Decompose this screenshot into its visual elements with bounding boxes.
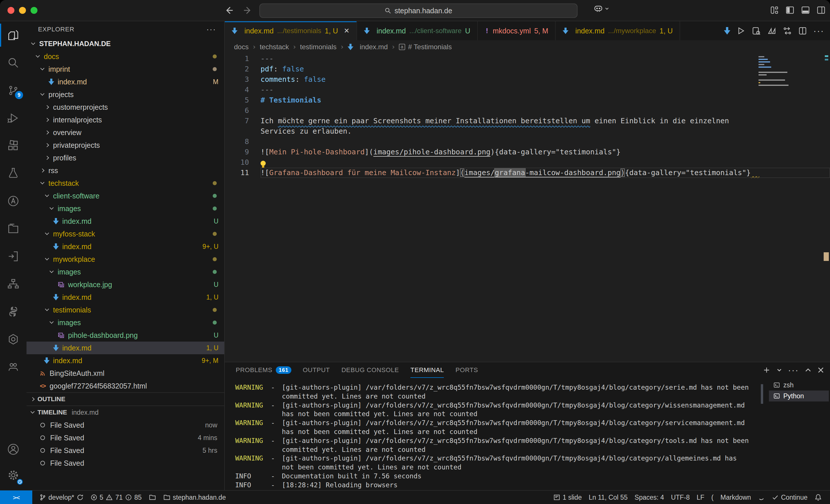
tree-folder-row[interactable]: client-software [27,190,224,202]
bracket-colorization-item[interactable]: ( [708,491,717,504]
toggle-primary-sidebar-icon[interactable] [786,6,794,14]
tree-folder-row[interactable]: myfoss-stack [27,228,224,240]
markdownlint-icon[interactable] [767,27,776,35]
panel-tab[interactable]: PROBLEMS161 [236,362,291,378]
tree-folder-row[interactable]: myworkplace [27,253,224,266]
eol-item[interactable]: LF [693,491,708,504]
forward-arrow-icon[interactable] [243,5,253,15]
tree-file-row[interactable]: pihole-dashboard.pngU [27,329,224,342]
close-window-button[interactable] [7,7,14,14]
breadcrumb-item[interactable]: techstack [260,43,289,51]
tree-file-row[interactable]: BingSiteAuth.xml [27,367,224,379]
minimize-window-button[interactable] [19,7,26,14]
back-arrow-icon[interactable] [224,5,234,15]
settings-gear-icon[interactable] [0,464,27,487]
toggle-secondary-sidebar-icon[interactable] [817,6,825,14]
remote-explorer-activity-icon[interactable] [0,272,27,296]
tree-folder-row[interactable]: images [27,202,224,215]
tree-folder-row[interactable]: techstack [27,177,224,190]
tree-folder-row[interactable]: docs [27,50,224,63]
toggle-panel-icon[interactable] [801,6,810,14]
tree-folder-row[interactable]: overview [27,126,224,139]
testing-activity-icon[interactable] [0,162,27,185]
zoom-window-button[interactable] [31,7,37,14]
tree-file-row[interactable]: index.md1, U [27,291,224,304]
workspace-folder-item[interactable] [145,491,160,504]
maximize-panel-icon[interactable] [805,367,811,373]
tree-folder-row[interactable]: profiles [27,152,224,164]
terminal-profile-item[interactable]: zsh [769,379,829,391]
new-terminal-icon[interactable] [763,366,771,374]
tree-folder-row[interactable]: images [27,316,224,329]
terminal-profile-dropdown-icon[interactable] [776,367,782,373]
cursor-position-item[interactable]: Ln 11, Col 55 [585,491,631,504]
tree-file-row[interactable]: workplace.jpgU [27,278,224,291]
editor-tab[interactable]: index.md.../myworkplace1, U [556,21,680,40]
language-mode-item[interactable]: Markdown [717,491,755,504]
tree-file-row[interactable]: <>googlef727264f56832057.html [27,379,224,392]
tree-file-row[interactable]: index.md9+, U [27,240,224,253]
panel-tab[interactable]: DEBUG CONSOLE [342,362,399,378]
source-control-activity-icon[interactable]: 9 [0,79,27,102]
panel-tab[interactable]: OUTPUT [303,362,330,378]
site-folder-item[interactable]: stephan.hadan.de [160,491,229,504]
editor-tab[interactable]: index.md.../client-softwareU [357,21,478,40]
hexagon-tool-activity-icon[interactable] [0,328,27,351]
tree-folder-row[interactable]: imprint [27,63,224,75]
open-preview-icon[interactable] [752,27,761,35]
timeline-item[interactable]: File Saved [27,457,224,469]
tree-folder-row[interactable]: customerprojects [27,101,224,113]
tree-file-row[interactable]: index.md9+, M [27,354,224,367]
organization-activity-icon[interactable] [0,356,27,378]
terminal-profile-item[interactable]: Python [769,391,829,401]
split-editor-icon[interactable] [798,27,807,35]
breadcrumb-item[interactable]: index.md [348,43,388,51]
outline-section-header[interactable]: OUTLINE [27,392,224,405]
terminal-scrollbar[interactable] [761,384,763,404]
timeline-section-header[interactable]: TIMELINE index.md [27,405,224,419]
notifications-item[interactable] [811,491,825,504]
run-icon[interactable] [737,27,745,35]
tree-file-row[interactable]: index.md1, U [27,342,224,354]
extensions-activity-icon[interactable] [0,134,27,157]
markdown-preview-icon[interactable] [724,27,730,35]
git-branch-item[interactable]: develop* [36,491,87,504]
command-center[interactable]: stephan.hadan.de [259,3,578,18]
explorer-activity-icon[interactable] [0,24,27,47]
breadcrumb-item[interactable]: a# Testimonials [399,43,452,51]
live-server-activity-icon[interactable] [0,245,27,268]
indentation-item[interactable]: Spaces: 4 [631,491,667,504]
accounts-icon[interactable] [0,438,27,461]
tree-folder-row[interactable]: rss [27,164,224,177]
python-activity-icon[interactable] [0,300,27,323]
spinner-item[interactable] [755,491,768,504]
tree-folder-row[interactable]: projects [27,88,224,101]
search-activity-icon[interactable] [0,51,27,74]
editor-tab[interactable]: !mkdocs.yml5, M [478,21,556,40]
a-circle-activity-icon[interactable] [0,190,27,212]
panel-tab[interactable]: TERMINAL [410,362,444,378]
encoding-item[interactable]: UTF-8 [667,491,693,504]
more-actions-icon[interactable]: ··· [813,26,824,36]
close-panel-icon[interactable] [817,367,824,373]
breadcrumb-item[interactable]: docs [234,43,249,51]
continue-item[interactable]: Continue [768,491,811,504]
lightbulb-icon[interactable] [260,161,266,166]
tree-folder-row[interactable]: internalprojects [27,113,224,126]
explorer-more-actions-icon[interactable]: ··· [206,25,216,34]
tree-file-row[interactable]: index.mdM [27,75,224,88]
open-changes-icon[interactable] [783,27,792,35]
slides-item[interactable]: 1 slide [550,491,585,504]
timeline-item[interactable]: File Saved4 mins [27,431,224,444]
tree-folder-row[interactable]: privateprojects [27,139,224,152]
terminal-output[interactable]: WARNING-[git-authors-plugin] /var/folder… [235,383,761,498]
panel-more-actions-icon[interactable]: ··· [788,365,799,375]
timeline-item[interactable]: File Savednow [27,419,224,431]
close-tab-icon[interactable]: ✕ [344,27,350,35]
editor-tab[interactable]: index.md.../testimonials1, U✕ [225,21,357,40]
panel-tab[interactable]: PORTS [455,362,478,378]
tree-folder-row[interactable]: STEPHAN.HADAN.DE [27,37,224,50]
code-editor[interactable]: 1---2pdf: false3comments: false4---5# Te… [225,54,830,362]
remote-indicator[interactable]: >< [0,491,32,504]
minimap[interactable] [756,55,789,86]
